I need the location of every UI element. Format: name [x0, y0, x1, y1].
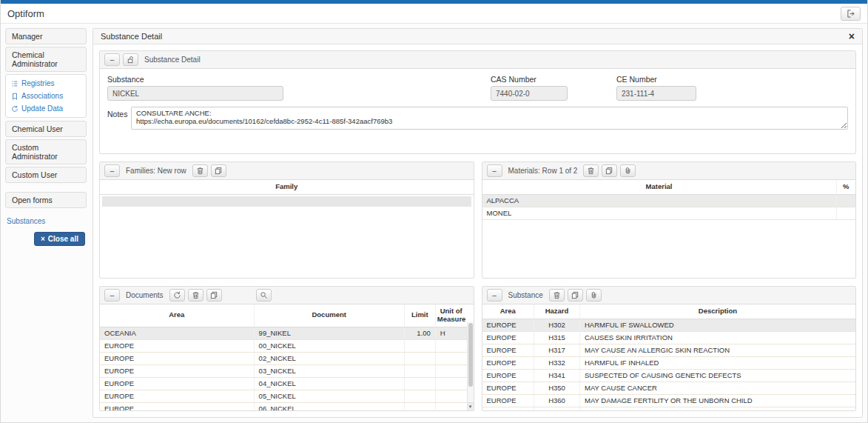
window-close-icon[interactable]: × — [849, 32, 855, 41]
attachment-button[interactable] — [620, 164, 636, 177]
copy-button[interactable] — [211, 164, 226, 177]
material-row[interactable]: MONEL — [482, 207, 856, 219]
hazard-description-cell: MAY CAUSE CANCER — [580, 382, 856, 394]
hazard-area-cell: EUROPE — [482, 369, 534, 382]
material-row[interactable]: ALPACCA — [482, 194, 856, 207]
hazard-description-cell: HARMFUL IF INHALED — [580, 356, 856, 369]
hazard-code-cell[interactable]: H332 — [534, 356, 580, 369]
document-name-cell[interactable]: 02_NICKEL — [254, 352, 404, 364]
document-name-cell[interactable]: 00_NICKEL — [254, 339, 404, 352]
documents-panel: − Documents — [99, 286, 474, 411]
copy-button[interactable] — [568, 289, 583, 302]
document-area-cell: EUROPE — [100, 364, 254, 377]
document-row[interactable]: EUROPE 06_NICKEL — [100, 402, 467, 410]
search-button[interactable] — [256, 289, 272, 302]
refresh-button[interactable] — [169, 289, 185, 302]
scrollbar-thumb[interactable] — [468, 323, 473, 387]
hazard-row[interactable]: EUROPE H341 SUSPECTED OF CAUSING GENETIC… — [482, 369, 856, 382]
materials-panel-header: − Materials: Row 1 of 2 — [482, 162, 856, 180]
hazard-code-cell[interactable]: H372 — [534, 407, 580, 410]
document-name-cell[interactable]: 03_NICKEL — [254, 364, 404, 377]
lock-button[interactable] — [123, 53, 138, 66]
sidebar-panel-manager[interactable]: Manager — [5, 28, 87, 44]
hazards-table: Area Hazard Description EUROPE — [482, 304, 856, 410]
document-row[interactable]: EUROPE 02_NICKEL — [100, 352, 467, 364]
sidebar-panel-custom-administrator[interactable]: Custom Administrator — [5, 139, 87, 164]
hazard-code-cell[interactable]: H317 — [534, 344, 580, 356]
sidebar-item-registries[interactable]: Registries — [11, 79, 81, 87]
app-window: Optiform Manager Chemical Administrator … — [0, 0, 868, 423]
hazard-row[interactable]: EUROPE H302 HARMFUL IF SWALLOWED — [482, 319, 856, 331]
chemical-administrator-menu: Registries Associations Update Data — [5, 74, 87, 118]
sidebar-panel-open-forms[interactable]: Open forms — [5, 192, 87, 208]
close-all-button[interactable]: × Close all — [34, 232, 85, 246]
open-form-link-substances[interactable]: Substances — [7, 217, 85, 225]
ce-number-label: CE Number — [616, 75, 696, 84]
document-name-cell[interactable]: 99_NIKEL — [254, 327, 404, 339]
hazard-code-cell[interactable]: H350 — [534, 382, 580, 394]
hazard-row[interactable]: EUROPE H315 CAUSES SKIN IRRITATION — [482, 331, 856, 344]
documents-scrollbar[interactable]: ▾ — [467, 322, 474, 410]
hazard-row[interactable]: EUROPE H360 MAY DAMAGE FERTILITY OR THE … — [482, 394, 856, 407]
close-all-label: Close all — [48, 235, 78, 243]
family-new-row-input[interactable] — [102, 196, 471, 207]
document-name-cell[interactable]: 05_NICKEL — [254, 390, 404, 402]
hazard-code-cell[interactable]: H315 — [534, 331, 580, 344]
substance-hazards-panel: − Substance — [482, 286, 857, 411]
delete-button[interactable] — [549, 289, 565, 302]
sidebar-panel-chemical-user[interactable]: Chemical User — [5, 121, 87, 137]
hazard-code-cell[interactable]: H360 — [534, 394, 580, 407]
sidebar-item-update-data[interactable]: Update Data — [11, 104, 81, 113]
copy-button[interactable] — [602, 164, 617, 177]
cas-number-input[interactable] — [491, 86, 568, 101]
hazard-row[interactable]: EUROPE H332 HARMFUL IF INHALED — [482, 356, 856, 369]
column-header-document: Document — [254, 304, 404, 327]
copy-button[interactable] — [206, 289, 222, 302]
attachment-button[interactable] — [586, 289, 602, 302]
notes-label: Notes — [107, 107, 127, 130]
collapse-button[interactable]: − — [104, 164, 120, 177]
ce-number-input[interactable] — [616, 86, 696, 101]
document-limit-cell — [404, 339, 435, 352]
document-name-cell[interactable]: 04_NICKEL — [254, 377, 404, 390]
hazard-row[interactable]: EUROPE H317 MAY CAUSE AN ALLERGIC SKIN R… — [482, 344, 856, 356]
trash-icon — [196, 167, 204, 175]
notes-textarea[interactable]: CONSULTARE ANCHE: https://echa.europa.eu… — [131, 107, 848, 130]
collapse-button[interactable]: − — [104, 289, 120, 302]
collapse-button[interactable]: − — [487, 289, 502, 302]
delete-button[interactable] — [583, 164, 599, 177]
collapse-button[interactable]: − — [487, 164, 502, 177]
document-row[interactable]: EUROPE 05_NICKEL — [100, 390, 467, 402]
hazard-code-cell[interactable]: H302 — [534, 319, 580, 331]
column-header-hazard: Hazard — [534, 304, 580, 319]
document-row[interactable]: EUROPE 03_NICKEL — [100, 364, 467, 377]
delete-button[interactable] — [192, 164, 208, 177]
close-icon: × — [41, 235, 45, 243]
panel-title: Substance Detail — [144, 56, 201, 64]
families-panel: − Families: New row Family — [99, 161, 474, 279]
substance-input[interactable] — [107, 86, 283, 101]
notes-row: Notes CONSULTARE ANCHE: https://echa.eur… — [107, 107, 848, 130]
sidebar-panel-custom-user[interactable]: Custom User — [5, 167, 87, 183]
hazard-row[interactable]: EUROPE H350 MAY CAUSE CANCER — [482, 382, 856, 394]
document-row[interactable]: EUROPE 00_NICKEL — [100, 339, 467, 352]
sidebar-panel-chemical-administrator[interactable]: Chemical Administrator — [5, 47, 87, 72]
collapse-button[interactable]: − — [104, 53, 120, 66]
scrollbar-down-arrow[interactable]: ▾ — [468, 402, 474, 410]
hazard-code-cell[interactable]: H341 — [534, 369, 580, 382]
sidebar-item-associations[interactable]: Associations — [11, 92, 81, 100]
sidebar: Manager Chemical Administrator Registrie… — [5, 28, 87, 418]
logout-button[interactable] — [841, 7, 861, 21]
document-row[interactable]: OCEANIA 99_NIKEL 1.00 H — [100, 327, 467, 339]
window-body: − Substance Detail Substance — [93, 44, 862, 417]
document-name-cell[interactable]: 06_NICKEL — [254, 402, 404, 410]
materials-grid: Material % ALPACCA — [482, 180, 856, 278]
delete-button[interactable] — [188, 289, 203, 302]
update-refresh-icon — [11, 105, 18, 113]
material-name-cell: ALPACCA — [482, 194, 837, 207]
document-row[interactable]: EUROPE 04_NICKEL — [100, 377, 467, 390]
minus-icon: − — [110, 167, 114, 176]
hazard-area-cell: EUROPE — [482, 319, 534, 331]
hazard-row[interactable]: EUROPE H372 CAUSES DAMAGE TO ORGANS THRO… — [482, 407, 856, 410]
substance-detail-panel: − Substance Detail Substance — [99, 50, 856, 154]
